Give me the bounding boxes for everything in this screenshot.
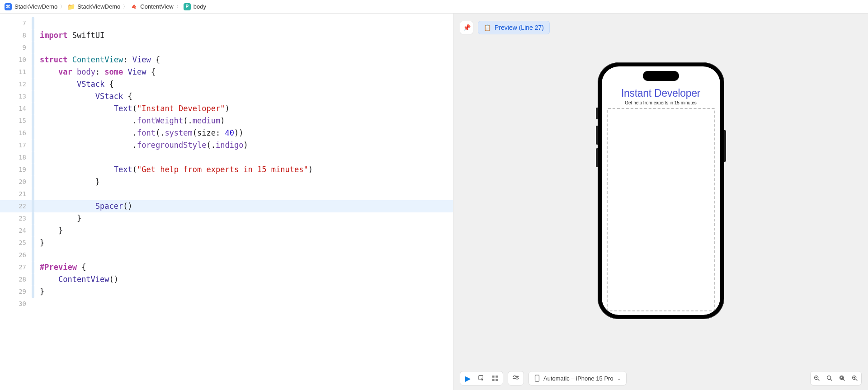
change-indicator <box>32 66 34 78</box>
change-indicator <box>32 188 34 200</box>
live-preview-button[interactable]: ▶ <box>463 374 473 383</box>
code-line[interactable]: .fontWeight(.medium) <box>40 115 453 127</box>
line-number[interactable]: 12 <box>0 78 31 90</box>
line-number-gutter: 7891011121314151617181920212223242526272… <box>0 14 31 390</box>
code-line[interactable]: import SwiftUI <box>40 29 453 42</box>
line-number[interactable]: 25 <box>0 237 31 249</box>
preview-mode-group: ▶ <box>460 371 503 385</box>
change-indicator <box>32 139 34 151</box>
phone-side-button <box>596 108 598 119</box>
line-number[interactable]: 16 <box>0 127 31 139</box>
line-number[interactable]: 24 <box>0 225 31 237</box>
breadcrumb-item-symbol[interactable]: P body <box>184 3 206 10</box>
device-settings-button[interactable] <box>508 371 524 385</box>
zoom-actual-button[interactable] <box>823 375 836 382</box>
pin-preview-button[interactable]: 📌 <box>460 21 473 34</box>
code-line[interactable]: ContentView() <box>40 273 453 286</box>
change-indicator <box>32 286 34 298</box>
code-line[interactable]: } <box>40 237 453 249</box>
breadcrumb-item-project[interactable]: ⌘ StackViewDemo <box>5 3 57 10</box>
code-line[interactable] <box>40 42 453 54</box>
iphone-frame: Instant Developer Get help from experts … <box>598 62 724 319</box>
code-line[interactable]: Text("Instant Developer") <box>40 103 453 115</box>
device-label: Automatic – iPhone 15 Pro <box>543 375 613 382</box>
code-line[interactable]: .foregroundStyle(.indigo) <box>40 139 453 151</box>
preview-chip-label: Preview (Line 27) <box>495 24 544 31</box>
code-line[interactable]: } <box>40 286 453 298</box>
variants-button[interactable] <box>490 375 500 382</box>
code-line[interactable]: Spacer() <box>40 200 453 212</box>
code-line[interactable] <box>40 151 453 164</box>
code-line[interactable]: struct ContentView: View { <box>40 54 453 66</box>
code-line[interactable] <box>40 188 453 200</box>
line-number[interactable]: 14 <box>0 103 31 115</box>
code-line[interactable]: } <box>40 212 453 225</box>
line-number[interactable]: 23 <box>0 212 31 225</box>
code-content[interactable]: import SwiftUI struct ContentView: View … <box>40 17 453 310</box>
preview-selector-chip[interactable]: 📋 Preview (Line 27) <box>478 21 550 34</box>
line-number[interactable]: 28 <box>0 273 31 286</box>
line-number[interactable]: 19 <box>0 164 31 176</box>
zoom-in-icon <box>851 375 859 382</box>
line-number[interactable]: 9 <box>0 42 31 54</box>
line-number[interactable]: 13 <box>0 90 31 103</box>
line-number[interactable]: 11 <box>0 66 31 78</box>
zoom-in-button[interactable] <box>849 375 861 382</box>
zoom-fit-icon <box>839 375 846 382</box>
grid-icon <box>491 375 499 382</box>
line-number[interactable]: 22 <box>0 200 31 212</box>
line-number[interactable]: 8 <box>0 29 31 42</box>
change-indicator <box>32 127 34 139</box>
line-number[interactable]: 7 <box>0 17 31 29</box>
device-selector[interactable]: Automatic – iPhone 15 Pro ⌄ <box>528 371 627 385</box>
svg-rect-9 <box>535 375 539 381</box>
code-line[interactable] <box>40 298 453 310</box>
zoom-actual-icon <box>826 375 833 382</box>
line-number[interactable]: 30 <box>0 298 31 310</box>
line-number[interactable]: 20 <box>0 176 31 188</box>
phone-screen[interactable]: Instant Developer Get help from experts … <box>602 66 720 315</box>
selectable-mode-button[interactable] <box>476 375 486 382</box>
phone-side-button <box>596 148 598 167</box>
line-number[interactable]: 21 <box>0 188 31 200</box>
svg-line-16 <box>843 379 844 381</box>
zoom-out-button[interactable] <box>811 375 823 382</box>
code-line[interactable]: VStack { <box>40 78 453 90</box>
code-line[interactable]: #Preview { <box>40 261 453 273</box>
code-line[interactable] <box>40 249 453 261</box>
line-number[interactable]: 29 <box>0 286 31 298</box>
line-number[interactable]: 27 <box>0 261 31 273</box>
spacer-placeholder[interactable] <box>607 108 715 311</box>
line-number[interactable]: 18 <box>0 151 31 164</box>
sliders-icon <box>512 375 519 382</box>
line-number[interactable]: 10 <box>0 54 31 66</box>
code-line[interactable]: Text("Get help from experts in 15 minute… <box>40 164 453 176</box>
zoom-fit-button[interactable] <box>836 375 849 382</box>
line-number[interactable]: 26 <box>0 249 31 261</box>
change-indicator <box>32 90 34 103</box>
chevron-right-icon: 〉 <box>176 4 181 10</box>
code-line[interactable]: VStack { <box>40 90 453 103</box>
breadcrumb-item-file[interactable]: ContentView <box>130 3 173 10</box>
change-indicator <box>32 164 34 176</box>
code-line[interactable]: } <box>40 176 453 188</box>
code-line[interactable] <box>40 17 453 29</box>
breadcrumb-item-folder[interactable]: 📁 StackViewDemo <box>67 3 120 10</box>
change-indicator <box>32 103 34 115</box>
pin-icon: 📌 <box>463 24 471 31</box>
chevron-right-icon: 〉 <box>60 4 65 10</box>
preview-bottom-toolbar: ▶ Automatic – iPhone 15 Pro ⌄ <box>453 367 868 390</box>
code-editor[interactable]: 7891011121314151617181920212223242526272… <box>0 14 453 390</box>
change-indicator <box>32 212 34 225</box>
svg-line-11 <box>818 379 819 381</box>
line-number[interactable]: 15 <box>0 115 31 127</box>
line-number[interactable]: 17 <box>0 139 31 151</box>
code-line[interactable]: } <box>40 225 453 237</box>
svg-point-7 <box>514 376 515 377</box>
svg-rect-3 <box>492 379 495 381</box>
code-line[interactable]: .font(.system(size: 40)) <box>40 127 453 139</box>
chevron-right-icon: 〉 <box>123 4 127 10</box>
code-line[interactable]: var body: some View { <box>40 66 453 78</box>
change-indicator <box>32 261 34 273</box>
phone-side-button <box>596 126 598 145</box>
